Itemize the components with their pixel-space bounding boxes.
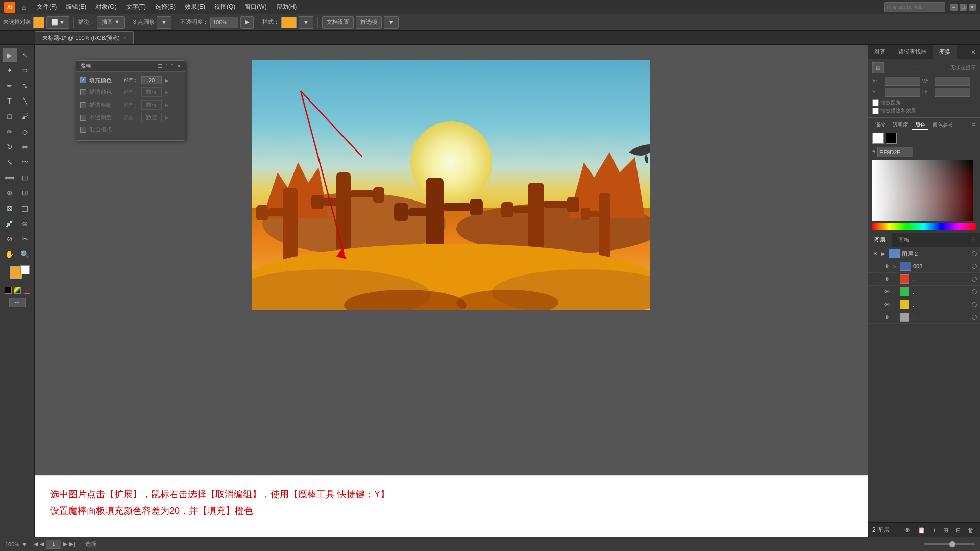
lasso-tool[interactable]: ⊃	[18, 63, 32, 78]
panel-dots-btn[interactable]: ⋮⋮	[164, 63, 175, 69]
layer-expand-2[interactable]: ▶	[881, 251, 887, 256]
menu-help[interactable]: 帮助(H)	[272, 2, 301, 12]
layer-visibility-green[interactable]: 👁	[883, 288, 891, 296]
x-input[interactable]	[885, 77, 920, 86]
white-swatch[interactable]	[872, 133, 884, 144]
stroke-color-checkbox[interactable]	[80, 89, 86, 95]
magic-wand-tool[interactable]: ✦	[3, 63, 17, 78]
pathfinder-tab[interactable]: 路径查找器	[892, 45, 933, 59]
document-tab[interactable]: 未标题-1* @ 100% (RGB/预览) ×	[35, 31, 134, 44]
nav-first-btn[interactable]: |◀	[32, 541, 38, 547]
layer-target-green[interactable]	[972, 289, 977, 294]
zoom-tool[interactable]: 🔍	[18, 247, 32, 261]
scale-tool[interactable]: ⤡	[3, 155, 17, 169]
panel-close-btn[interactable]: ✕	[177, 63, 181, 69]
blend-mode-checkbox[interactable]	[80, 127, 86, 133]
layers-options-btn[interactable]: ☰	[966, 237, 980, 244]
artwork-canvas[interactable]	[252, 60, 650, 310]
delete-layer-btn[interactable]: 🗑	[966, 527, 976, 534]
layer-target-003[interactable]	[972, 264, 977, 269]
pen-tool[interactable]: ✒	[3, 79, 17, 93]
menu-view[interactable]: 视图(Q)	[210, 2, 239, 12]
black-indicator[interactable]	[5, 287, 12, 294]
layers-tab-layers[interactable]: 图层	[868, 233, 892, 247]
curvature-tool[interactable]: ∿	[18, 79, 32, 93]
panel-menu-btn[interactable]: ☰	[158, 63, 162, 69]
transform-icon-align[interactable]: ⊞	[872, 62, 884, 73]
fill-color-checkbox[interactable]	[80, 77, 86, 83]
stroke-color-indicator[interactable]	[20, 265, 30, 274]
scroll-slider[interactable]	[924, 543, 975, 545]
layer-target-gray[interactable]	[972, 315, 977, 320]
layer-visibility-yellow[interactable]: 👁	[883, 300, 891, 309]
layer-expand-003[interactable]: ▷	[893, 264, 898, 269]
preferences-btn[interactable]: 首选项	[356, 16, 382, 29]
align-tab[interactable]: 对齐	[868, 45, 892, 59]
page-input[interactable]	[46, 540, 61, 549]
panel-close[interactable]: ✕	[967, 45, 980, 59]
layer-target-yellow[interactable]	[972, 302, 977, 307]
w-input[interactable]	[935, 77, 970, 86]
blend-dropdown[interactable]: 插画 ▼	[97, 16, 125, 29]
free-transform-tool[interactable]: ⊡	[18, 170, 32, 185]
layer-target-2[interactable]	[972, 251, 977, 256]
tolerance-arrow[interactable]: ▶	[165, 78, 169, 83]
warp-tool[interactable]: 〜	[18, 155, 32, 169]
rotate-tool[interactable]: ↻	[3, 140, 17, 154]
canvas-container[interactable]: 魔棒 ☰ ⋮⋮ ✕ 填充颜色 容差： 20 ▶	[35, 45, 868, 475]
width-tool[interactable]: ⟺	[3, 170, 17, 185]
move-to-new-layer-btn[interactable]: ⊞	[941, 527, 950, 534]
nav-next-btn[interactable]: ▶	[63, 541, 67, 547]
layers-tab-artboards[interactable]: 画板	[892, 233, 916, 247]
collect-in-new-layer-btn[interactable]: ⊟	[953, 527, 963, 534]
layer-visibility-red[interactable]: 👁	[883, 275, 891, 283]
new-sublayer-btn[interactable]: +	[930, 527, 938, 534]
line-tool[interactable]: ╲	[18, 94, 32, 108]
menu-select[interactable]: 选择(S)	[151, 2, 180, 12]
transform-options[interactable]: ⋮	[915, 65, 920, 71]
none-indicator[interactable]	[23, 287, 30, 294]
make-layer-visible-btn[interactable]: 👁	[902, 527, 913, 534]
layer-item-red[interactable]: 👁 ...	[868, 273, 980, 286]
style-dropdown[interactable]: ▼	[299, 16, 313, 29]
stroke-toggle[interactable]: ⬜ ▼	[46, 16, 69, 29]
scale-stroke-checkbox[interactable]	[872, 108, 879, 114]
new-layer-btn[interactable]: 📋	[916, 527, 927, 534]
hand-tool[interactable]: ✋	[3, 247, 17, 261]
rectangle-tool[interactable]: □	[3, 109, 17, 123]
type-tool[interactable]: T	[3, 94, 17, 108]
win-minimize[interactable]: ─	[950, 4, 958, 11]
doc-settings-btn[interactable]: 文档设置	[322, 16, 354, 29]
tab-close-btn[interactable]: ×	[123, 35, 126, 41]
tolerance-value[interactable]: 20	[141, 76, 162, 84]
style-swatch[interactable]	[281, 17, 297, 28]
fill-color-swatch[interactable]	[33, 17, 44, 28]
perspective-tool[interactable]: ⊞	[18, 186, 32, 200]
opacity-checkbox[interactable]	[80, 115, 86, 121]
scale-corners-checkbox[interactable]	[872, 99, 879, 106]
menu-file[interactable]: 文件(F)	[33, 2, 61, 12]
gradient-tool[interactable]: ◫	[18, 201, 32, 215]
black-swatch[interactable]	[886, 133, 897, 144]
menu-window[interactable]: 窗口(W)	[240, 2, 271, 12]
stroke-width-checkbox[interactable]	[80, 102, 86, 108]
layer-visibility-003[interactable]: 👁	[883, 262, 891, 270]
nav-prev-btn[interactable]: ◀	[40, 541, 44, 547]
layer-item-003[interactable]: 👁 ▷ 003	[868, 260, 980, 273]
shape-builder-tool[interactable]: ⊕	[3, 186, 17, 200]
point-dropdown[interactable]: ▼	[157, 16, 172, 29]
reflect-tool[interactable]: ⇔	[18, 140, 32, 154]
color-ref-tab[interactable]: 颜色参考	[929, 121, 956, 130]
transform-tab[interactable]: 变换	[933, 45, 957, 59]
zoom-down-arrow[interactable]: ▼	[21, 541, 27, 547]
color-picker-area[interactable]	[872, 160, 976, 230]
win-close[interactable]: ✕	[969, 4, 976, 11]
layer-target-red[interactable]	[972, 277, 977, 282]
menu-object[interactable]: 对象(O)	[91, 2, 120, 12]
eyedropper-tool[interactable]: 💉	[3, 216, 17, 231]
blend-tool[interactable]: ∞	[18, 216, 32, 231]
preferences-arrow[interactable]: ▼	[384, 16, 399, 29]
nav-last-btn[interactable]: ▶|	[69, 541, 75, 547]
eraser-tool[interactable]: ⊘	[3, 232, 17, 246]
home-icon[interactable]: ⌂	[18, 2, 30, 13]
